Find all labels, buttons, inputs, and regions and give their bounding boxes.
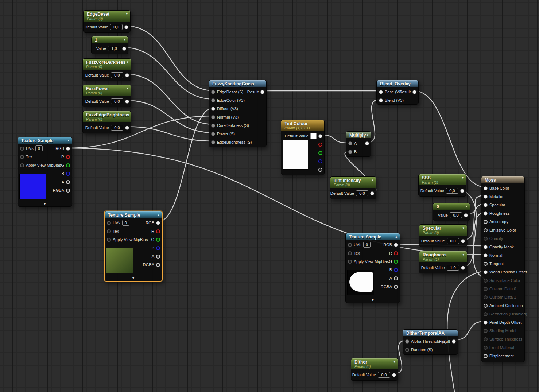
node-dither[interactable]: DitherParam (0)▾Default Value0,0 — [351, 358, 398, 381]
node-header[interactable]: Tint ColourParam (1,1,1,1) — [281, 120, 324, 131]
input-pin-ambient-occlusion[interactable] — [484, 304, 488, 308]
input-pin-roughness[interactable] — [484, 211, 488, 216]
output-pin[interactable] — [365, 141, 369, 145]
texture-preview[interactable] — [19, 174, 46, 199]
value-box[interactable]: 0,0 — [110, 24, 123, 30]
node-tint-intensity[interactable]: Tint IntensityParam (0)▾Default Value0,0 — [330, 176, 376, 199]
chevron-down-icon[interactable]: ▾ — [462, 176, 464, 179]
output-pin-g[interactable] — [66, 163, 70, 167]
output-pin[interactable] — [460, 189, 464, 193]
output-pin[interactable] — [125, 126, 129, 130]
node-fuzzyshadinggrass[interactable]: FuzzyShadingGrassEdgeDesat (S)EdgeColor … — [209, 80, 267, 147]
node-header[interactable]: FuzzCoreDarknessParam (0)▾ — [83, 59, 131, 70]
input-pin-coredarkness-s-[interactable] — [211, 124, 215, 128]
output-pin-a[interactable] — [394, 276, 398, 280]
output-pin[interactable] — [318, 168, 322, 172]
chevron-up-icon[interactable]: ▴ — [158, 213, 159, 217]
node-const-one[interactable]: 1▾Value1,0 — [91, 36, 128, 54]
node-header[interactable]: RoughnessParam (1)▾ — [419, 251, 467, 262]
node-header[interactable]: EdgeDesetParam (0)▾ — [84, 11, 130, 22]
node-multiply[interactable]: Multiply▾AB — [346, 131, 371, 157]
chevron-down-icon[interactable]: ▾ — [127, 113, 128, 116]
input-pin-metallic[interactable] — [484, 195, 488, 199]
value-box[interactable]: 1,0 — [447, 265, 459, 271]
input-pin-emissive-color[interactable] — [484, 228, 488, 232]
chevron-down-icon[interactable]: ▾ — [462, 226, 464, 230]
node-header[interactable]: Blend_Overlay — [377, 80, 418, 87]
node-fuzzedgebrightness[interactable]: FuzzEdgeBrightnessParam (0)▾Default Valu… — [82, 111, 131, 133]
output-pin-b[interactable] — [394, 268, 398, 272]
node-header[interactable]: SpecularParam (0)▾ — [419, 225, 467, 236]
value-box[interactable]: 0,0 — [111, 125, 123, 131]
graph-canvas[interactable]: EdgeDesetParam (0)▾Default Value0,01▾Val… — [0, 0, 539, 392]
node-header[interactable]: FuzzPowerParam (0)▾ — [83, 85, 131, 96]
input-pin-b[interactable] — [348, 150, 352, 154]
wire-fuzzedgebrightness[interactable] — [125, 127, 214, 141]
output-pin-r[interactable] — [156, 229, 160, 233]
output-pin-b[interactable] — [66, 172, 70, 176]
chevron-down-icon[interactable]: ▾ — [124, 38, 125, 42]
input-pin-random-s-[interactable] — [405, 348, 409, 352]
chevron-down-icon[interactable]: ▾ — [346, 298, 400, 302]
color-swatch[interactable] — [310, 133, 317, 139]
output-pin[interactable] — [452, 339, 456, 344]
output-pin[interactable] — [370, 191, 374, 195]
output-pin[interactable] — [318, 159, 322, 163]
wire-const-one[interactable] — [123, 47, 214, 99]
output-pin-rgba[interactable] — [394, 285, 398, 289]
input-pin-surface-thickness[interactable] — [484, 337, 488, 341]
value-box[interactable]: 0,0 — [111, 98, 123, 104]
output-pin[interactable] — [122, 47, 126, 51]
input-pin-edgecolor-v3-[interactable] — [211, 98, 215, 102]
chevron-down-icon[interactable]: ▾ — [127, 60, 128, 64]
input-pin-opacity[interactable] — [484, 237, 488, 241]
input-pin-specular[interactable] — [484, 203, 488, 207]
input-pin-custom-data-1[interactable] — [484, 295, 488, 299]
node-header[interactable]: Texture Sample▴ — [105, 211, 162, 218]
input-pin-normal-v3-[interactable] — [211, 115, 215, 119]
input-pin-subsurface-color[interactable] — [484, 279, 488, 283]
output-pin[interactable] — [318, 151, 322, 155]
output-pin-rgba[interactable] — [156, 263, 160, 267]
node-texture-sample-mid[interactable]: Texture Sample▴UVs0TexApply View MipBias… — [104, 211, 163, 282]
chevron-down-icon[interactable]: ▾ — [462, 253, 464, 256]
input-pin-edgebrightness-s-[interactable] — [211, 140, 215, 144]
output-pin-r[interactable] — [66, 155, 70, 159]
chevron-up-icon[interactable]: ▴ — [395, 235, 397, 238]
output-pin-rgb[interactable] — [66, 147, 70, 151]
input-pin-diffuse-v3-[interactable] — [211, 107, 215, 111]
output-pin[interactable] — [412, 90, 416, 94]
chevron-down-icon[interactable]: ▾ — [367, 133, 368, 137]
texture-preview[interactable] — [347, 270, 374, 295]
node-specular[interactable]: SpecularParam (0)▾Default Value0,0 — [419, 224, 467, 247]
chevron-down-icon[interactable]: ▾ — [465, 205, 467, 208]
input-pin-opacity-mask[interactable] — [484, 245, 488, 249]
wire-dithertemporalaa.Result[interactable] — [453, 321, 485, 340]
value-box[interactable]: 1,0 — [108, 46, 120, 51]
node-dithertemporalaa[interactable]: DitherTemporalAAAlpha Threshold (S)Rando… — [403, 329, 458, 355]
input-pin-blend-v3-[interactable] — [379, 98, 383, 102]
node-header[interactable]: DitherParam (0)▾ — [351, 358, 398, 369]
output-pin-g[interactable] — [394, 260, 398, 264]
output-pin[interactable] — [124, 25, 128, 29]
node-header[interactable]: Texture Sample▴ — [18, 137, 72, 144]
node-header[interactable]: FuzzyShadingGrass — [209, 80, 266, 87]
input-pin-custom-data-0[interactable] — [484, 287, 488, 291]
input-pin-front-material[interactable] — [484, 346, 488, 350]
node-header[interactable]: 0▾ — [433, 203, 470, 210]
wire-texture-sample-mid.RGB[interactable] — [157, 108, 214, 222]
output-pin-rgba[interactable] — [318, 134, 322, 138]
output-pin[interactable] — [464, 213, 468, 217]
node-edgedeset[interactable]: EdgeDesetParam (0)▾Default Value0,0 — [83, 10, 131, 33]
output-pin[interactable] — [461, 266, 465, 270]
output-pin[interactable] — [260, 90, 264, 94]
output-pin-rgba[interactable] — [66, 189, 70, 193]
node-header[interactable]: Multiply▾ — [346, 132, 371, 138]
output-pin-rgb[interactable] — [394, 243, 398, 247]
node-tint-colour[interactable]: Tint ColourParam (1,1,1,1)Default Value — [281, 120, 325, 175]
output-pin-a[interactable] — [156, 255, 160, 259]
output-pin[interactable] — [318, 143, 322, 147]
value-box[interactable]: 0,0 — [378, 372, 390, 378]
value-box[interactable]: 0,0 — [450, 212, 462, 218]
output-pin-rgb[interactable] — [156, 221, 160, 225]
